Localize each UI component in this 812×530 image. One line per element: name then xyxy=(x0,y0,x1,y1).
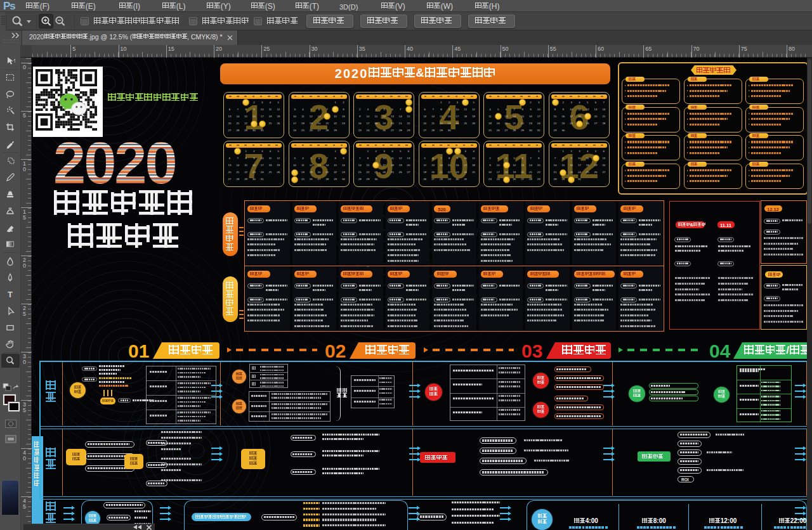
svg-text:T: T xyxy=(8,290,13,299)
